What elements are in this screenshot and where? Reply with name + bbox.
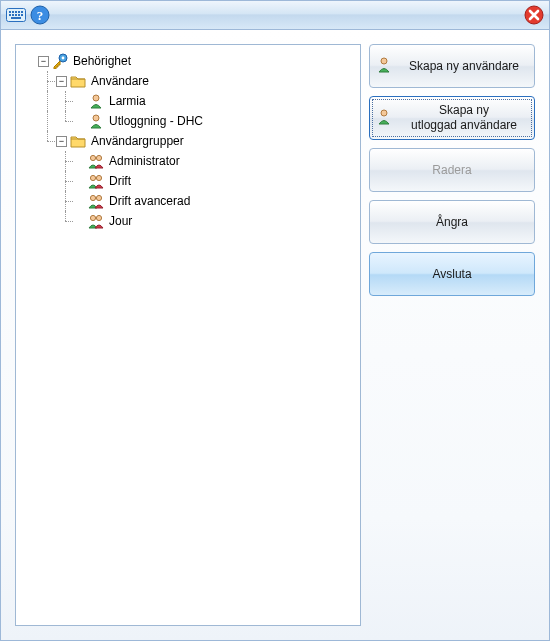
button-label: Avsluta: [376, 267, 528, 282]
svg-rect-2: [12, 11, 14, 13]
dialog-body: − Behörighet: [1, 30, 549, 640]
svg-rect-4: [18, 11, 20, 13]
svg-rect-1: [9, 11, 11, 13]
key-icon: [51, 52, 69, 70]
svg-rect-9: [18, 14, 20, 16]
svg-text:?: ?: [37, 8, 44, 23]
svg-point-19: [90, 155, 95, 160]
undo-button[interactable]: Ångra: [369, 200, 535, 244]
svg-point-22: [96, 175, 101, 180]
tree-node-group[interactable]: Drift avancerad: [20, 191, 356, 211]
svg-point-18: [93, 115, 99, 121]
tree-node-root[interactable]: − Behörighet: [20, 51, 356, 231]
expander-icon[interactable]: −: [38, 56, 49, 67]
svg-point-20: [96, 155, 101, 160]
tree-node-group[interactable]: Drift: [20, 171, 356, 191]
expander-icon[interactable]: −: [56, 76, 67, 87]
users-group-icon: [87, 192, 105, 210]
svg-rect-8: [15, 14, 17, 16]
users-group-icon: [87, 152, 105, 170]
users-group-icon: [87, 212, 105, 230]
svg-point-21: [90, 175, 95, 180]
svg-rect-10: [21, 14, 23, 16]
svg-point-28: [381, 110, 387, 116]
tree-node-user[interactable]: Utloggning - DHC: [20, 111, 356, 131]
tree-label: Användare: [89, 73, 151, 89]
svg-rect-6: [9, 14, 11, 16]
tree-panel: − Behörighet: [15, 44, 361, 626]
button-label: Ångra: [376, 215, 528, 230]
button-label: Skapa ny användare: [400, 59, 528, 74]
expander-icon[interactable]: −: [56, 136, 67, 147]
svg-rect-11: [11, 17, 21, 19]
help-icon[interactable]: ?: [29, 4, 51, 26]
permission-tree: − Behörighet: [20, 51, 356, 231]
close-button[interactable]: Avsluta: [369, 252, 535, 296]
dialog-window: ? −: [0, 0, 550, 641]
folder-icon: [69, 72, 87, 90]
folder-icon: [69, 132, 87, 150]
create-user-button[interactable]: Skapa ny användare: [369, 44, 535, 88]
svg-rect-3: [15, 11, 17, 13]
tree-label: Utloggning - DHC: [107, 113, 205, 129]
users-group-icon: [87, 172, 105, 190]
svg-point-27: [381, 58, 387, 64]
tree-label: Drift avancerad: [107, 193, 192, 209]
tree-node-user[interactable]: Larmia: [20, 91, 356, 111]
user-add-icon: [376, 107, 394, 129]
svg-point-16: [62, 57, 65, 60]
tree-label: Drift: [107, 173, 133, 189]
close-icon[interactable]: [523, 4, 545, 26]
tree-node-group[interactable]: Administrator: [20, 151, 356, 171]
tree-label: Administrator: [107, 153, 182, 169]
svg-point-26: [96, 215, 101, 220]
button-label: Radera: [376, 163, 528, 178]
svg-point-25: [90, 215, 95, 220]
button-label: Skapa ny utloggad användare: [400, 103, 528, 133]
keyboard-icon[interactable]: [5, 4, 27, 26]
tree-label: Jour: [107, 213, 134, 229]
svg-point-17: [93, 95, 99, 101]
svg-point-24: [96, 195, 101, 200]
titlebar-left-icons: ?: [5, 4, 51, 26]
tree-node-users[interactable]: − Användare: [20, 71, 356, 131]
user-icon: [87, 112, 105, 130]
user-icon: [87, 92, 105, 110]
tree-label: Användargrupper: [89, 133, 186, 149]
user-add-icon: [376, 55, 394, 77]
tree-label: Larmia: [107, 93, 148, 109]
side-panel: Skapa ny användare Skapa ny utloggad anv…: [369, 44, 535, 626]
tree-node-groups[interactable]: − Användargrupper: [20, 131, 356, 231]
delete-button: Radera: [369, 148, 535, 192]
tree-label: Behörighet: [71, 53, 133, 69]
titlebar: ?: [1, 1, 549, 30]
svg-rect-7: [12, 14, 14, 16]
tree-node-group[interactable]: Jour: [20, 211, 356, 231]
svg-rect-5: [21, 11, 23, 13]
create-logged-out-user-button[interactable]: Skapa ny utloggad användare: [369, 96, 535, 140]
svg-point-23: [90, 195, 95, 200]
